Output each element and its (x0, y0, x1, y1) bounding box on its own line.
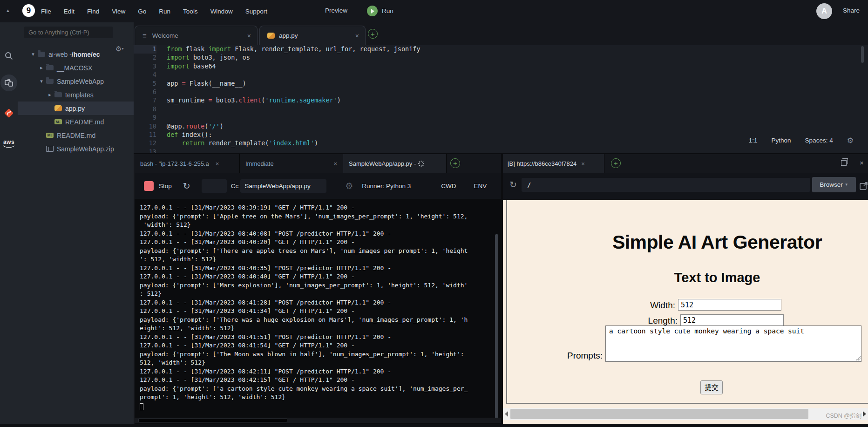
file-tree: ▾ai-web - /home/ec▸__MACOSX▾SampleWebApp… (18, 47, 134, 156)
new-browser-tab-icon[interactable]: + (611, 158, 621, 168)
terminal-line: payload: {'prompt': ['Mars explosion'], … (140, 282, 493, 291)
tab-immediate[interactable]: Immediate × (240, 154, 343, 173)
terminal-line: 127.0.0.1 - - [31/Mar/2023 08:40:20] "GE… (140, 238, 493, 247)
tab-runner-app-py[interactable]: SampleWebApp/app.py - (343, 154, 447, 173)
goto-anything-input[interactable] (24, 27, 113, 38)
preview-hscroll-thumb[interactable] (510, 409, 808, 419)
editor-settings-gear-icon[interactable]: ⚙ (847, 136, 854, 145)
code-line: 7sm_runtime = boto3.client('runtime.sage… (134, 96, 868, 105)
code-text: import base64 (167, 62, 216, 71)
cloud9-logo[interactable]: 9 (22, 4, 35, 17)
prompts-textarea[interactable]: a cartoon style cute monkey wearing a sp… (605, 325, 861, 362)
runner-gear-icon[interactable]: ⚙ (345, 181, 353, 191)
runner-label[interactable]: Runner: Python 3 (362, 183, 411, 190)
menu-run[interactable]: Run (159, 8, 170, 15)
collapse-menubar-icon[interactable]: ▲ (6, 8, 10, 13)
share-button[interactable]: Share (843, 7, 860, 14)
prompts-label: Prompts: (549, 351, 603, 361)
aws-logo[interactable]: aws (0, 139, 18, 149)
env-button[interactable]: ENV (474, 183, 487, 190)
close-icon[interactable]: × (241, 32, 257, 40)
preview-hscrollbar (503, 408, 868, 420)
width-input[interactable] (678, 299, 781, 311)
scroll-right-icon[interactable] (863, 411, 866, 417)
popout-icon[interactable] (860, 182, 868, 190)
code-text: import boto3, json, os (167, 54, 250, 62)
git-icon[interactable] (0, 108, 18, 118)
runner-empty-field[interactable] (202, 179, 227, 193)
page-title: Simple AI Art Generator (531, 231, 868, 253)
file-explorer-icon[interactable] (0, 75, 17, 91)
menu-support[interactable]: Support (245, 8, 267, 15)
line-number: 5 (134, 80, 156, 88)
terminal-line: 127.0.0.1 - - [31/Mar/2023 08:41:34] "GE… (140, 307, 493, 316)
submit-button[interactable]: 提交 (700, 380, 723, 394)
code-text: app = Flask(__name__) (167, 80, 246, 88)
menu-find[interactable]: Find (87, 8, 99, 15)
textarea-resize-grip[interactable] (856, 356, 861, 360)
py-icon (54, 105, 62, 111)
avatar[interactable]: A (816, 3, 832, 19)
cursor-position[interactable]: 1:1 (749, 137, 758, 144)
terminal-vscrollbar[interactable] (495, 234, 498, 420)
tree-item-label: templates (65, 91, 94, 99)
preview-button[interactable]: Preview (325, 7, 347, 14)
scroll-left-icon[interactable] (505, 411, 508, 417)
tree-item--macosx[interactable]: ▸__MACOSX (18, 61, 134, 75)
command-field[interactable]: SampleWebApp/app.py (240, 179, 326, 193)
new-tab-icon[interactable]: + (368, 29, 378, 39)
line-number: 6 (134, 88, 156, 96)
tab-app-py[interactable]: app.py × (259, 26, 366, 45)
browser-mode-dropdown[interactable]: Browser▼ (812, 177, 856, 192)
stop-label[interactable]: Stop (159, 183, 172, 190)
tab-browser-preview[interactable]: [B] https://b86ce340f7824 × (503, 154, 604, 173)
menu-tools[interactable]: Tools (183, 8, 198, 15)
tab-menu-icon[interactable]: ≡ (142, 32, 147, 40)
search-icon[interactable] (0, 51, 18, 61)
menu-go[interactable]: Go (138, 8, 146, 15)
close-panel-icon[interactable]: × (860, 159, 864, 167)
terminal-line: 127.0.0.1 - - [31/Mar/2023 08:41:28] "PO… (140, 299, 493, 308)
editor-vscrollbar[interactable] (861, 46, 864, 63)
line-number: 9 (134, 114, 156, 122)
menu-window[interactable]: Window (210, 8, 233, 15)
indent-setting[interactable]: Spaces: 4 (805, 137, 833, 144)
menu-file[interactable]: File (41, 8, 51, 15)
tab-runner-label: SampleWebApp/app.py - (349, 160, 416, 167)
run-button[interactable]: Run (367, 6, 393, 16)
tree-item-label: README.md (57, 132, 95, 139)
code-line: 4 (134, 71, 868, 79)
close-icon[interactable]: × (581, 160, 585, 167)
close-icon[interactable]: × (349, 32, 365, 40)
terminal-line: 127.0.0.1 - - [31/Mar/2023 08:40:40] "GE… (140, 273, 493, 282)
code-editor[interactable]: 1from flask import Flask, render_templat… (134, 45, 868, 154)
tab-welcome[interactable]: ≡ Welcome × (135, 26, 258, 45)
new-terminal-icon[interactable]: + (450, 158, 460, 168)
close-icon[interactable]: × (333, 160, 337, 167)
close-icon[interactable]: × (216, 160, 219, 167)
tree-item-samplewebapp[interactable]: ▾SampleWebApp (18, 75, 134, 88)
tree-item-app-py[interactable]: app.py (18, 102, 134, 115)
restore-panel-icon[interactable] (841, 160, 847, 166)
stop-icon[interactable] (144, 181, 154, 191)
editor-tab-bar: ≡ Welcome × app.py × + (134, 22, 868, 45)
tree-item-readme-md[interactable]: M↓README.md (18, 115, 134, 129)
cwd-button[interactable]: CWD (441, 183, 456, 190)
menu-view[interactable]: View (112, 8, 125, 15)
terminal-output[interactable]: 127.0.0.1 - - [31/Mar/2023 08:39:19] "GE… (135, 199, 493, 410)
tree-item-samplewebapp-zip[interactable]: SampleWebApp.zip (18, 142, 134, 156)
language-mode[interactable]: Python (772, 137, 791, 144)
terminal-hscroll-thumb[interactable] (138, 418, 287, 422)
tree-item-ai-web-[interactable]: ▾ai-web - /home/ec (18, 47, 134, 61)
refresh-icon[interactable]: ↻ (509, 179, 517, 190)
menu-edit[interactable]: Edit (64, 8, 75, 15)
folder-icon (54, 92, 62, 97)
address-field[interactable]: / (522, 178, 810, 192)
restart-icon[interactable]: ↻ (183, 181, 190, 191)
code-text: return render_template('index.html') (167, 139, 318, 148)
tree-item-templates[interactable]: ▸templates (18, 88, 134, 102)
line-number: 4 (134, 71, 156, 79)
tab-bash[interactable]: bash - "ip-172-31-6-255.a × (135, 154, 240, 173)
length-input[interactable] (680, 314, 784, 326)
tree-item-readme-md[interactable]: M↓README.md (18, 129, 134, 142)
